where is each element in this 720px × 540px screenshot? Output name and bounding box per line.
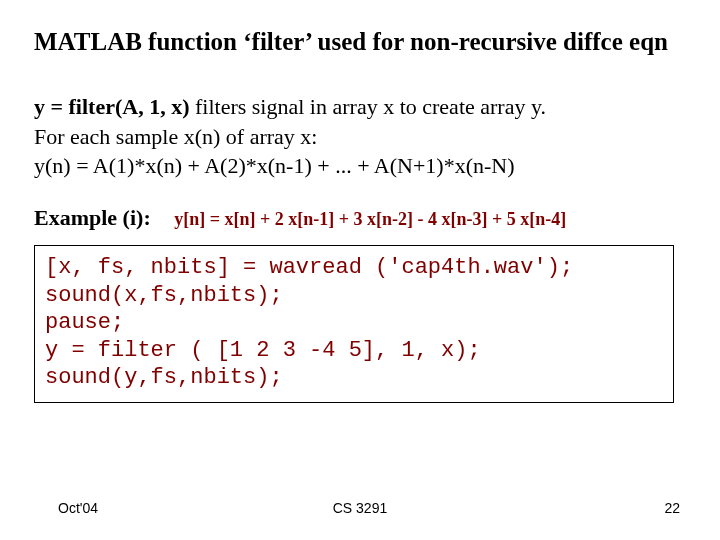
example-row: Example (i): y[n] = x[n] + 2 x[n-1] + 3 … [34,205,686,231]
example-equation: y[n] = x[n] + 2 x[n-1] + 3 x[n-2] - 4 x[… [174,210,566,230]
footer-date: Oct'04 [58,500,98,516]
slide-title: MATLAB function ‘filter’ used for non-re… [34,28,686,56]
footer: Oct'04 CS 3291 22 [0,500,720,516]
body-line-2: For each sample x(n) of array x: [34,124,317,149]
footer-course: CS 3291 [0,500,720,516]
example-label: Example (i): [34,205,151,231]
slide: MATLAB function ‘filter’ used for non-re… [0,0,720,540]
body-line-3: y(n) = A(1)*x(n) + A(2)*x(n-1) + ... + A… [34,153,515,178]
filter-description: filters signal in array x to create arra… [189,94,546,119]
body-text: y = filter(A, 1, x) filters signal in ar… [34,92,686,181]
page-number: 22 [664,500,680,516]
code-block: [x, fs, nbits] = wavread ('cap4th.wav');… [34,245,674,403]
filter-signature: y = filter(A, 1, x) [34,94,189,119]
